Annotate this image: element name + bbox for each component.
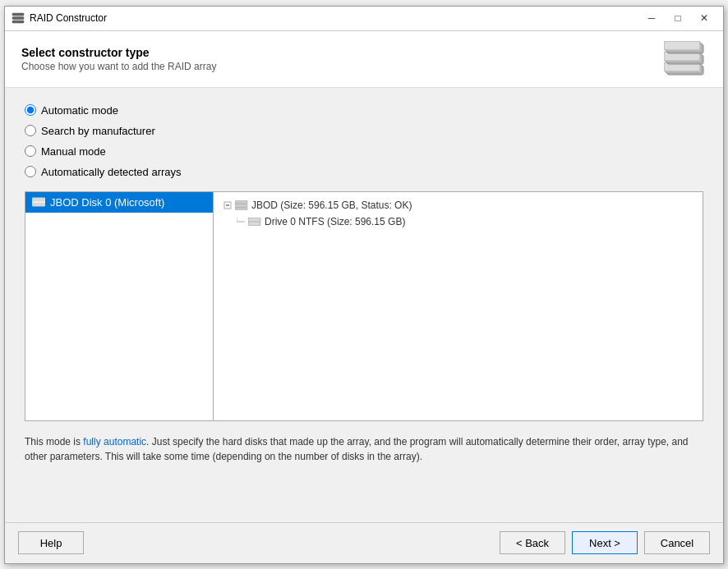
radio-item-detected[interactable]: Automatically detected arrays	[25, 166, 703, 178]
header-text: Select constructor type Choose how you w…	[21, 46, 216, 72]
tree-line-icon	[237, 218, 245, 226]
panels-container: JBOD Disk 0 (Microsoft) JBOD (Size: 596.	[25, 191, 703, 421]
radio-detected[interactable]	[25, 166, 36, 177]
title-bar: RAID Constructor ─ □ ✕	[5, 7, 723, 31]
header-subtitle: Choose how you want to add the RAID arra…	[21, 61, 216, 72]
radio-label-manufacturer: Search by manufacturer	[41, 125, 155, 137]
back-button[interactable]: < Back	[500, 531, 565, 554]
svg-rect-18	[235, 204, 247, 207]
footer: Help < Back Next > Cancel	[5, 522, 723, 563]
radio-label-detected: Automatically detected arrays	[41, 166, 182, 178]
radio-automatic[interactable]	[25, 104, 36, 116]
title-bar-controls: ─ □ ✕	[639, 8, 716, 28]
desc-text-before: This mode is	[25, 436, 83, 447]
footer-left: Help	[18, 531, 500, 554]
radio-item-manual[interactable]: Manual mode	[25, 145, 703, 158]
raid-icon-sm	[235, 200, 248, 210]
svg-rect-14	[33, 203, 44, 205]
cancel-button[interactable]: Cancel	[644, 531, 710, 554]
tree-item-jbod-label: JBOD (Size: 596.15 GB, Status: OK)	[251, 200, 412, 211]
svg-rect-17	[235, 200, 247, 204]
desc-highlight: fully automatic	[83, 436, 146, 447]
footer-right: < Back Next > Cancel	[500, 531, 710, 554]
header: Select constructor type Choose how you w…	[5, 31, 723, 88]
disk-icon	[32, 197, 45, 207]
left-panel-item-label: JBOD Disk 0 (Microsoft)	[50, 196, 164, 209]
tree-item-drive-label: Drive 0 NTFS (Size: 596.15 GB)	[265, 216, 405, 227]
tree-item-drive0: Drive 0 NTFS (Size: 596.15 GB)	[220, 213, 696, 230]
help-button[interactable]: Help	[18, 531, 84, 554]
radio-manufacturer[interactable]	[25, 125, 36, 136]
minimize-button[interactable]: ─	[639, 8, 664, 28]
next-button[interactable]: Next >	[572, 531, 638, 554]
svg-rect-2	[12, 21, 24, 23]
left-panel[interactable]: JBOD Disk 0 (Microsoft)	[25, 191, 214, 421]
radio-label-automatic: Automatic mode	[41, 104, 118, 117]
maximize-button[interactable]: □	[666, 8, 690, 28]
svg-rect-13	[33, 199, 44, 201]
svg-rect-19	[235, 208, 247, 210]
radio-item-automatic[interactable]: Automatic mode	[25, 104, 703, 117]
main-window: RAID Constructor ─ □ ✕ Select constructo…	[4, 6, 724, 564]
title-bar-app-icon	[12, 11, 25, 25]
right-panel: JBOD (Size: 596.15 GB, Status: OK) Drive…	[214, 191, 703, 421]
drive-icon-sm	[248, 218, 261, 226]
svg-rect-0	[12, 13, 24, 16]
svg-rect-1	[12, 17, 24, 20]
svg-rect-11	[664, 41, 700, 50]
radio-label-manual: Manual mode	[41, 145, 106, 158]
svg-rect-24	[249, 223, 260, 225]
title-bar-left: RAID Constructor	[12, 11, 107, 25]
raid-stack-icon	[664, 41, 707, 77]
header-title: Select constructor type	[21, 46, 216, 59]
description-box: This mode is fully automatic. Just speci…	[25, 434, 703, 464]
expand-icon	[223, 201, 232, 209]
svg-rect-23	[249, 218, 260, 221]
content-area: Automatic mode Search by manufacturer Ma…	[5, 88, 723, 522]
radio-group: Automatic mode Search by manufacturer Ma…	[25, 104, 703, 178]
radio-manual[interactable]	[25, 145, 36, 157]
radio-item-manufacturer[interactable]: Search by manufacturer	[25, 125, 703, 137]
tree-item-jbod: JBOD (Size: 596.15 GB, Status: OK)	[220, 197, 696, 213]
list-item[interactable]: JBOD Disk 0 (Microsoft)	[25, 192, 213, 213]
window-title: RAID Constructor	[30, 12, 107, 24]
close-button[interactable]: ✕	[692, 8, 716, 28]
